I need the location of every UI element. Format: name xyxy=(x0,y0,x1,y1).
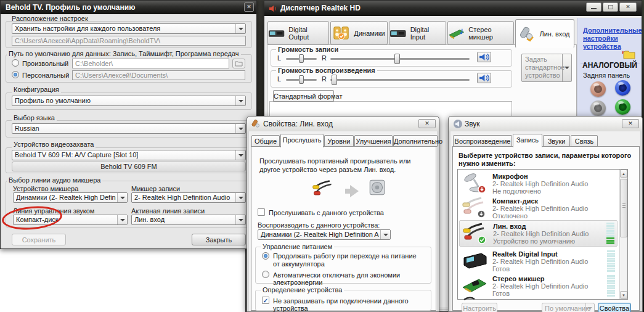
chevron-down-icon[interactable] xyxy=(117,193,127,202)
chevron-down-icon[interactable] xyxy=(235,193,245,202)
chevron-down-icon[interactable] xyxy=(235,24,245,33)
jack-pink[interactable] xyxy=(590,81,606,97)
record-balance-slider[interactable] xyxy=(286,58,317,60)
speaker-volume-icon xyxy=(478,74,490,82)
tab-sounds[interactable]: Звуки xyxy=(543,135,570,147)
right-channel-label: R xyxy=(322,54,327,62)
set-default-button[interactable]: По умолчанию xyxy=(542,303,595,312)
close-icon[interactable]: ✕ xyxy=(622,119,639,128)
set-default-device-button[interactable]: Задать стандартное устройство xyxy=(521,54,572,82)
folder-open-icon xyxy=(235,60,243,67)
slider-thumb[interactable] xyxy=(299,54,304,63)
custom-path-radio[interactable] xyxy=(12,59,19,67)
maximize-button[interactable] xyxy=(603,2,618,12)
record-volume-slider[interactable] xyxy=(330,58,470,60)
capture-device-combo[interactable]: Behold TV 609 FM: A/V Capture [Slot 10] xyxy=(12,150,246,160)
device-row-line-in[interactable]: Лин. вход 2- Realtek High Definition Aud… xyxy=(459,220,618,247)
slider-thumb[interactable] xyxy=(394,54,400,64)
personal-path-radio[interactable] xyxy=(12,71,19,78)
tab-speakers[interactable]: Динамики xyxy=(330,21,388,45)
tab-label: Стерео микшер xyxy=(468,26,513,41)
close-icon[interactable]: ✕ xyxy=(244,2,254,12)
rear-panel-label: Задняя панель xyxy=(583,72,630,79)
device-row-cd[interactable]: Компакт-диск 2- Realtek High Definition … xyxy=(459,195,618,220)
language-label: Выбор языка xyxy=(12,114,57,121)
close-icon[interactable]: ✕ xyxy=(619,2,637,12)
custom-path-field[interactable]: C:\Beholder\ xyxy=(72,59,229,68)
tab-line-in[interactable]: Лин. вход xyxy=(515,19,574,48)
sound-titlebar[interactable]: Звук ✕ xyxy=(449,117,642,131)
scroll-up-icon[interactable]: ▲ xyxy=(620,170,627,178)
tab-label: Динамики xyxy=(354,30,385,37)
additional-device-settings-link[interactable]: Дополнительные настройки устройства xyxy=(583,27,640,51)
tab-advanced[interactable]: Дополнительно xyxy=(393,135,438,147)
playback-device-combo[interactable]: Динамики (2- Realtek High Definition Aud… xyxy=(258,229,391,240)
tab-playback[interactable]: Воспроизведение xyxy=(453,135,512,147)
playback-balance-slider[interactable] xyxy=(286,79,317,81)
analog-heading: АНАЛОГОВЫЙ xyxy=(582,61,637,70)
capture-device-name-button[interactable]: Behold TV 609 FM xyxy=(12,162,246,171)
chevron-down-icon[interactable] xyxy=(235,96,245,105)
record-mixer-combo[interactable]: 2- Realtek High Definition Audio xyxy=(131,192,246,203)
properties-titlebar[interactable]: Свойства: Лин. вход ✕ xyxy=(247,117,439,131)
power-auto-off-radio[interactable] xyxy=(262,271,269,278)
jack-blue[interactable] xyxy=(615,80,630,96)
playback-volume-slider[interactable] xyxy=(330,79,470,81)
save-button[interactable]: Сохранить xyxy=(12,234,66,245)
browse-folder-button[interactable] xyxy=(232,59,245,68)
tab-recording[interactable]: Запись xyxy=(513,134,542,147)
tab-digital-output[interactable]: Digital Output xyxy=(267,21,329,45)
settings-location-label: Расположение настроек xyxy=(12,15,88,22)
settings-storage-combo[interactable]: Хранить настройки для каждого пользовате… xyxy=(12,23,246,34)
tab-standard-format[interactable]: Стандартный формат xyxy=(273,90,334,102)
no-prompt-checkbox[interactable]: ✓ xyxy=(262,297,269,304)
record-mute-button[interactable] xyxy=(477,52,491,62)
properties-button[interactable]: Свойства xyxy=(598,303,631,312)
tab-listen[interactable]: Прослушать xyxy=(280,134,324,147)
tab-levels[interactable]: Уровни xyxy=(324,135,354,147)
behold-tv-window: Behold TV. Профиль по умолчанию ✕ Распол… xyxy=(0,0,257,249)
tab-digital-input[interactable]: Digital Input xyxy=(389,21,446,45)
configuration-combo[interactable]: Профиль по умолчанию xyxy=(12,96,246,106)
tab-general[interactable]: Общие xyxy=(251,135,280,147)
list-scrollbar[interactable]: ▲ ▼ xyxy=(619,170,627,299)
speaker-volume-icon xyxy=(478,53,490,61)
playback-device-label: Воспроизводить с данного устройства: xyxy=(258,221,380,229)
device-row-microphone[interactable]: Микрофон 2- Realtek High Definition Audi… xyxy=(459,171,618,195)
chevron-down-icon[interactable] xyxy=(380,230,390,239)
listen-checkbox[interactable] xyxy=(258,208,265,216)
record-mixer-label: Микшер записи xyxy=(131,185,180,192)
recording-tab-page: Выберите устройство записи, параметры ко… xyxy=(452,146,640,311)
behold-titlebar[interactable]: Behold TV. Профиль по умолчанию xyxy=(1,1,256,14)
chevron-down-icon[interactable] xyxy=(117,215,127,224)
record-volume-group: Громкость записи L R xyxy=(271,49,512,67)
scroll-down-icon[interactable]: ▼ xyxy=(620,291,627,299)
chevron-down-icon[interactable] xyxy=(235,215,245,224)
close-icon[interactable]: ✕ xyxy=(418,119,436,128)
speaker-box-icon xyxy=(367,178,387,197)
configure-button[interactable]: Настроить xyxy=(462,303,497,312)
realtek-titlebar[interactable]: Диспетчер Realtek HD xyxy=(264,1,642,16)
close-button[interactable]: Закрыть xyxy=(192,234,246,245)
mixer-device-combo[interactable]: Динамики (2- Realtek High Definition Aud… xyxy=(13,192,128,203)
device-row-digital-input[interactable]: Realtek Digital Input 2- Realtek High De… xyxy=(459,248,618,273)
device-row-stereo-mixer[interactable]: Стерео микшер 2- Realtek High Definition… xyxy=(459,273,618,298)
tab-communications[interactable]: Связь xyxy=(571,135,598,147)
chevron-down-icon[interactable] xyxy=(235,124,245,133)
jack-gray[interactable] xyxy=(590,101,606,116)
minimize-button[interactable] xyxy=(586,2,601,12)
tab-enhancements[interactable]: Улучшения xyxy=(354,135,393,147)
power-continue-radio[interactable] xyxy=(262,252,269,260)
jack-green[interactable] xyxy=(615,99,630,115)
slider-thumb[interactable] xyxy=(332,75,337,85)
maximize-icon xyxy=(608,5,613,9)
tab-stereo-mixer[interactable]: Стерео микшер xyxy=(447,21,514,45)
scrollbar-thumb[interactable] xyxy=(620,179,627,237)
language-combo[interactable]: Russian xyxy=(12,123,246,134)
custom-path-radio-label: Произвольный xyxy=(22,60,68,67)
playback-mute-button[interactable] xyxy=(477,73,491,83)
recording-device-list[interactable]: Микрофон 2- Realtek High Definition Audi… xyxy=(457,169,628,300)
active-record-line-combo[interactable]: Лин. вход xyxy=(131,215,246,225)
slider-thumb[interactable] xyxy=(299,75,304,84)
chevron-down-icon[interactable] xyxy=(235,150,245,160)
